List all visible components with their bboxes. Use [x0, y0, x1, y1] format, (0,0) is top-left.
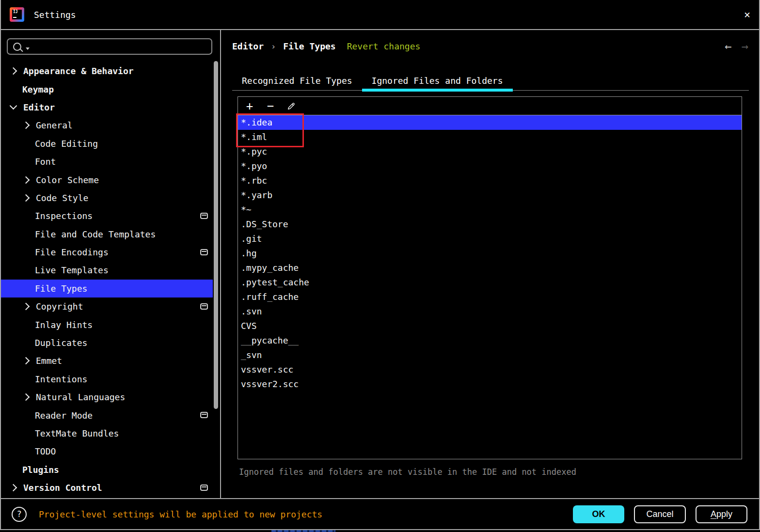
apply-mnemonic: A [711, 509, 716, 519]
chevron-spacer [23, 268, 28, 272]
list-item-hg[interactable]: .hg [238, 246, 742, 261]
sidebar-item-live-templates[interactable]: Live Templates [1, 261, 213, 279]
back-arrow-icon[interactable]: ← [725, 41, 731, 52]
list-item-rbc[interactable]: *.rbc [238, 173, 742, 188]
sidebar-item-color-scheme[interactable]: Color Scheme [1, 171, 213, 188]
sidebar-item-label: Font [35, 156, 56, 167]
chevron-spacer [23, 341, 28, 345]
sidebar-item-textmate-bundles[interactable]: TextMate Bundles [1, 424, 213, 442]
close-icon[interactable]: ✕ [744, 10, 750, 20]
sidebar-item-duplicates[interactable]: Duplicates [1, 334, 213, 352]
sidebar-item-label: Duplicates [35, 338, 87, 348]
chevron-right-icon[interactable] [22, 393, 30, 401]
chevron-spacer [23, 377, 28, 381]
sidebar-item-intentions[interactable]: Intentions [1, 370, 213, 388]
sidebar-item-version-control[interactable]: Version Control [1, 479, 213, 497]
breadcrumb-editor[interactable]: Editor [232, 41, 264, 51]
project-settings-icon [200, 485, 208, 491]
list-item-pycache[interactable]: __pycache__ [238, 333, 742, 348]
plus-icon: + [246, 99, 253, 113]
search-input[interactable] [30, 39, 211, 54]
sidebar-item-label: Code Style [36, 193, 88, 203]
question-icon: ? [16, 509, 21, 519]
sidebar-item-label: Inlay Hints [35, 320, 93, 330]
chevron-spacer [23, 232, 28, 236]
settings-tree: Appearance & BehaviorKeymapEditorGeneral… [1, 62, 220, 497]
chevron-right-icon[interactable] [22, 122, 30, 129]
sidebar-item-code-style[interactable]: Code Style [1, 189, 213, 207]
ignored-files-note: Ignored files and folders are not visibl… [239, 467, 576, 477]
add-pattern-button[interactable]: + [244, 100, 255, 112]
sidebar-item-file-types[interactable]: File Types [1, 280, 213, 297]
sidebar-item-label: File Types [35, 283, 87, 294]
list-item-ruff-cache[interactable]: .ruff_cache [238, 290, 742, 304]
sidebar-item-editor[interactable]: Editor [1, 98, 213, 116]
tab-ignored-files-and-folders[interactable]: Ignored Files and Folders [362, 73, 513, 90]
apply-button[interactable]: Apply [696, 505, 747, 523]
search-options-caret-icon[interactable] [26, 47, 30, 50]
sidebar-item-general[interactable]: General [1, 116, 213, 134]
remove-pattern-button[interactable]: − [265, 100, 276, 112]
list-item-idea[interactable]: *.idea [238, 115, 742, 130]
sidebar-item-plugins[interactable]: Plugins [1, 461, 213, 479]
chevron-spacer [23, 449, 28, 454]
chevron-right-icon[interactable] [22, 357, 30, 365]
sidebar-item-reader-mode[interactable]: Reader Mode [1, 406, 213, 424]
sidebar-item-inspections[interactable]: Inspections [1, 207, 213, 225]
dialog-buttons: OK Cancel Apply [573, 505, 747, 523]
edit-pattern-button[interactable] [286, 101, 297, 111]
chevron-right-icon[interactable] [10, 67, 17, 75]
list-item-pyc[interactable]: *.pyc [238, 144, 742, 159]
sidebar-item-keymap[interactable]: Keymap [1, 80, 213, 98]
project-level-warning: Project-level settings will be applied t… [39, 509, 322, 519]
list-item-svn[interactable]: _svn [238, 348, 742, 362]
window-title: Settings [34, 10, 76, 20]
list-item-[interactable]: *~ [238, 203, 742, 217]
sidebar-item-label: Reader Mode [35, 410, 93, 421]
sidebar-item-label: File Encodings [35, 247, 109, 257]
list-item-vssver-scc[interactable]: vssver.scc [238, 362, 742, 377]
breadcrumb-file-types: File Types [283, 41, 335, 51]
sidebar-scrollbar[interactable] [214, 61, 218, 409]
chevron-right-icon[interactable] [22, 303, 30, 311]
list-item-yarb[interactable]: *.yarb [238, 188, 742, 203]
sidebar-item-file-encodings[interactable]: File Encodings [1, 243, 213, 261]
ok-button[interactable]: OK [573, 505, 624, 523]
sidebar-item-todo[interactable]: TODO [1, 442, 213, 460]
sidebar-item-file-and-code-templates[interactable]: File and Code Templates [1, 225, 213, 243]
cancel-button[interactable]: Cancel [634, 505, 686, 523]
breadcrumb-separator-icon: › [271, 42, 276, 51]
chevron-spacer [23, 286, 28, 291]
list-item-iml[interactable]: *.iml [238, 130, 742, 144]
list-item-ds-store[interactable]: .DS_Store [238, 217, 742, 232]
list-item-pytest-cache[interactable]: .pytest_cache [238, 275, 742, 290]
list-item-cvs[interactable]: CVS [238, 319, 742, 333]
list-item-mypy-cache[interactable]: .mypy_cache [238, 261, 742, 275]
chevron-right-icon[interactable] [10, 484, 17, 492]
sidebar-item-emmet[interactable]: Emmet [1, 352, 213, 370]
sidebar-item-copyright[interactable]: Copyright [1, 297, 213, 315]
sidebar-item-inlay-hints[interactable]: Inlay Hints [1, 315, 213, 333]
chevron-spacer [23, 323, 28, 327]
chevron-right-icon[interactable] [22, 194, 30, 202]
project-settings-icon [200, 303, 208, 310]
list-item-vssver2-scc[interactable]: vssver2.scc [238, 377, 742, 391]
sidebar-item-label: Plugins [22, 465, 59, 475]
chevron-down-icon[interactable] [10, 102, 17, 110]
project-settings-icon [200, 412, 208, 418]
background-window-fragment [271, 530, 335, 532]
sidebar-item-code-editing[interactable]: Code Editing [1, 135, 213, 153]
list-item-svn[interactable]: .svn [238, 304, 742, 319]
chevron-spacer [23, 250, 28, 254]
forward-arrow-icon[interactable]: → [742, 41, 748, 52]
help-button[interactable]: ? [12, 507, 27, 522]
tab-recognized-file-types[interactable]: Recognized File Types [232, 73, 362, 90]
revert-changes-link[interactable]: Revert changes [347, 41, 421, 51]
chevron-right-icon[interactable] [22, 176, 30, 184]
list-item-pyo[interactable]: *.pyo [238, 159, 742, 173]
list-item-git[interactable]: .git [238, 232, 742, 246]
settings-search-box[interactable] [7, 38, 212, 55]
sidebar-item-font[interactable]: Font [1, 153, 213, 171]
sidebar-item-natural-languages[interactable]: Natural Languages [1, 388, 213, 406]
sidebar-item-appearance-behavior[interactable]: Appearance & Behavior [1, 62, 213, 80]
